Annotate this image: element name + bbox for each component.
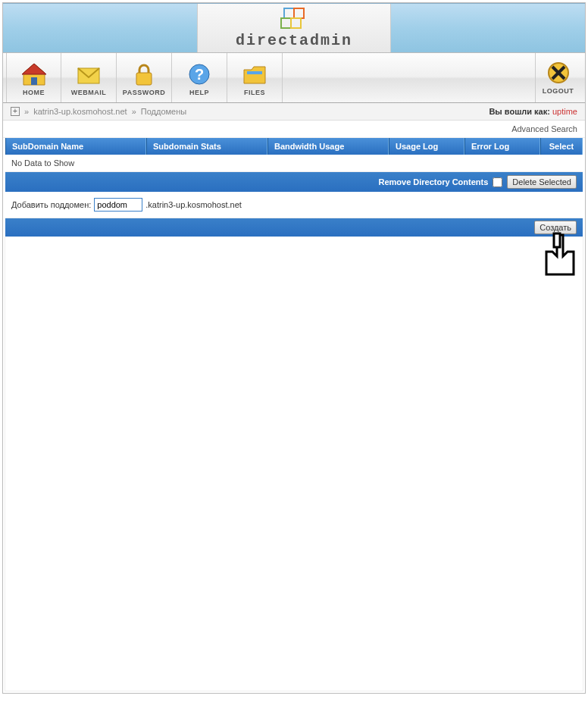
top-banner: directadmin bbox=[3, 3, 585, 53]
col-usage-log[interactable]: Usage Log bbox=[389, 138, 464, 155]
add-subdomain-row: Добавить поддомен: .katrin3-up.kosmohost… bbox=[5, 192, 583, 218]
remove-contents-label: Remove Directory Contents bbox=[378, 177, 488, 186]
svg-marker-1 bbox=[22, 64, 46, 74]
nav-label: WEBMAIL bbox=[71, 89, 107, 96]
nav-home[interactable]: HOME bbox=[6, 53, 61, 102]
breadcrumb: + » katrin3-up.kosmohost.net » Поддомены… bbox=[3, 103, 585, 121]
nav-logout[interactable]: LOGOUT bbox=[535, 53, 580, 102]
lock-icon bbox=[130, 62, 158, 86]
nav-label: HOME bbox=[23, 89, 45, 96]
nav-help[interactable]: ? HELP bbox=[172, 53, 227, 102]
nav-label: FILES bbox=[244, 89, 265, 96]
nav-webmail[interactable]: WEBMAIL bbox=[61, 53, 117, 102]
mail-icon bbox=[75, 62, 102, 86]
svg-rect-2 bbox=[31, 77, 37, 85]
main-nav: HOME WEBMAIL PASSWORD ? HELP bbox=[3, 53, 585, 103]
add-subdomain-label: Добавить поддомен: bbox=[11, 200, 91, 209]
current-user[interactable]: uptime bbox=[552, 107, 577, 116]
nav-label: LOGOUT bbox=[543, 87, 574, 95]
create-action-bar: Создать bbox=[5, 218, 583, 237]
bc-sep: » bbox=[132, 107, 136, 116]
bc-domain[interactable]: katrin3-up.kosmohost.net bbox=[33, 107, 127, 116]
nav-password[interactable]: PASSWORD bbox=[117, 53, 172, 102]
col-error-log[interactable]: Error Log bbox=[464, 138, 540, 155]
logout-icon bbox=[545, 61, 572, 85]
advanced-search-link[interactable]: Advanced Search bbox=[3, 121, 585, 138]
brand-logo: directadmin bbox=[197, 4, 391, 52]
logged-in-label: Вы вошли как: uptime bbox=[489, 107, 577, 116]
no-data-row: No Data to Show bbox=[5, 155, 583, 172]
content-area: SubDomain Name Subdomain Stats Bandwidth… bbox=[3, 138, 585, 237]
nav-label: HELP bbox=[189, 89, 209, 96]
svg-text:?: ? bbox=[195, 66, 204, 83]
help-icon: ? bbox=[186, 62, 213, 86]
svg-rect-4 bbox=[136, 73, 152, 85]
logo-icon bbox=[280, 8, 308, 30]
delete-selected-button[interactable]: Delete Selected bbox=[507, 175, 577, 189]
col-select[interactable]: Select bbox=[540, 138, 583, 155]
folder-icon bbox=[241, 62, 268, 86]
svg-rect-7 bbox=[247, 71, 262, 74]
col-subdomain-name[interactable]: SubDomain Name bbox=[5, 138, 146, 155]
app-window: directadmin HOME WEBMAIL PASSWORD bbox=[2, 2, 586, 694]
col-bandwidth[interactable]: Bandwidth Usage bbox=[267, 138, 389, 155]
create-button[interactable]: Создать bbox=[534, 221, 577, 234]
empty-space bbox=[5, 237, 583, 691]
table-header: SubDomain Name Subdomain Stats Bandwidth… bbox=[5, 138, 583, 155]
nav-label: PASSWORD bbox=[123, 89, 165, 96]
home-icon bbox=[20, 62, 48, 86]
remove-contents-checkbox[interactable] bbox=[493, 177, 502, 187]
col-subdomain-stats[interactable]: Subdomain Stats bbox=[146, 138, 267, 155]
subdomain-input[interactable] bbox=[94, 198, 142, 212]
table-action-bar: Remove Directory Contents Delete Selecte… bbox=[5, 172, 583, 192]
subdomain-suffix: .katrin3-up.kosmohost.net bbox=[145, 200, 242, 209]
brand-text: directadmin bbox=[236, 32, 352, 49]
bc-sep: » bbox=[24, 107, 29, 116]
bc-page[interactable]: Поддомены bbox=[141, 107, 186, 116]
expand-icon[interactable]: + bbox=[11, 107, 20, 116]
nav-files[interactable]: FILES bbox=[227, 53, 283, 102]
